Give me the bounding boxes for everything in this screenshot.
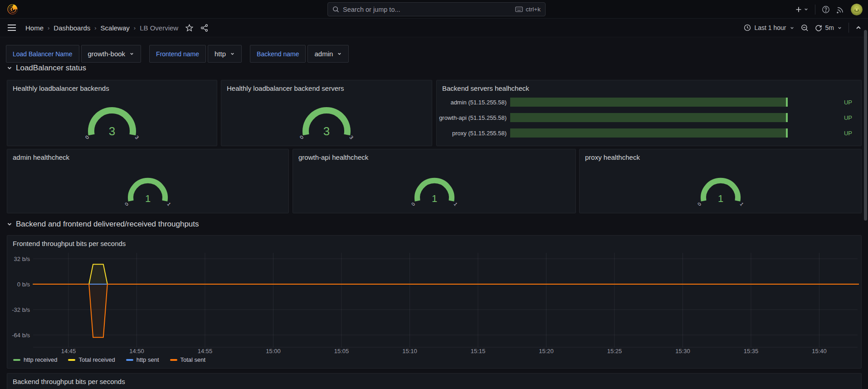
- plus-icon: [795, 6, 802, 13]
- search-shortcut: ctrl+k: [526, 6, 541, 13]
- share-button[interactable]: [200, 24, 208, 32]
- zoom-out-button[interactable]: [801, 24, 809, 32]
- svg-text:0: 0: [696, 201, 702, 207]
- svg-text:-64 b/s: -64 b/s: [12, 332, 30, 339]
- section-throughputs[interactable]: Backend and frontend delivered/received …: [7, 220, 199, 229]
- legend-swatch: [13, 359, 20, 361]
- caret-up-icon: [855, 25, 862, 31]
- refresh-interval-label[interactable]: 5m: [825, 24, 834, 31]
- favorite-button[interactable]: [185, 24, 193, 32]
- svg-text:15:15: 15:15: [471, 348, 486, 355]
- svg-text:15:10: 15:10: [402, 348, 417, 355]
- legend-label: http received: [24, 356, 57, 363]
- panel-title[interactable]: Frontend throughput bits per seconds: [7, 236, 861, 247]
- bar-gauge-row: growth-api (51.15.255.58) UP: [437, 113, 861, 122]
- gauge: 101: [580, 163, 861, 213]
- chevron-down-icon: [7, 222, 12, 227]
- svg-text:14:45: 14:45: [61, 348, 76, 355]
- panel-title[interactable]: Healthly loadbalancer backend servers: [221, 80, 432, 92]
- chevron-down-icon: [337, 51, 342, 56]
- svg-text:1: 1: [431, 193, 437, 204]
- chevron-down-icon: [7, 65, 12, 71]
- svg-text:14:55: 14:55: [198, 348, 213, 355]
- panel-title[interactable]: growth-api healthcheck: [293, 149, 575, 161]
- rss-icon: [836, 5, 844, 14]
- legend-item[interactable]: Total received: [68, 356, 115, 363]
- chevron-right-icon: ›: [94, 25, 96, 31]
- breadcrumb-current: LB Overview: [140, 24, 178, 32]
- svg-text:15:00: 15:00: [266, 348, 281, 355]
- add-button[interactable]: [795, 6, 809, 13]
- zoom-out-icon: [801, 24, 809, 32]
- panel-title[interactable]: admin healthcheck: [7, 149, 288, 161]
- divider: [848, 23, 849, 33]
- panel-title[interactable]: Backend throughput bits per seconds: [7, 374, 861, 385]
- panel-title[interactable]: Healthly loadbalancer backends: [7, 80, 217, 92]
- breadcrumb-bar: Home › Dashboards › Scaleway › LB Overvi…: [0, 19, 868, 37]
- status-badge: UP: [844, 114, 861, 121]
- refresh-icon[interactable]: [815, 24, 822, 31]
- gauge: 303: [7, 94, 217, 146]
- svg-text:15:30: 15:30: [675, 348, 690, 355]
- variable-label: Backend name: [250, 45, 306, 63]
- clock-icon: [744, 24, 751, 31]
- breadcrumb-home[interactable]: Home: [25, 24, 44, 32]
- panel-backend-servers-healthcheck: Backend servers healhcheck admin (51.15.…: [436, 80, 862, 146]
- chart-legend: http receivedTotal receivedhttp sentTota…: [13, 356, 216, 363]
- star-icon: [185, 24, 193, 32]
- chevron-down-icon[interactable]: [837, 25, 842, 30]
- panel-growth-api-healthcheck: growth-api healthcheck 101: [293, 149, 576, 213]
- frontend-select[interactable]: http: [208, 45, 242, 63]
- legend-item[interactable]: Total sent: [170, 356, 206, 363]
- svg-text:-32 b/s: -32 b/s: [12, 306, 30, 313]
- svg-text:0: 0: [410, 201, 416, 207]
- legend-label: Total received: [78, 356, 115, 363]
- status-badge: UP: [844, 99, 861, 106]
- collapse-topbar-button[interactable]: [855, 25, 862, 31]
- svg-text:15:20: 15:20: [539, 348, 554, 355]
- user-avatar[interactable]: [851, 4, 863, 15]
- legend-swatch: [68, 359, 75, 361]
- panel-title[interactable]: proxy healthcheck: [580, 149, 861, 161]
- chevron-down-icon: [790, 25, 795, 30]
- variable-frontend: Frontend name http: [149, 45, 242, 63]
- legend-item[interactable]: http sent: [126, 356, 159, 363]
- menu-button[interactable]: [7, 24, 16, 31]
- news-button[interactable]: [836, 5, 844, 14]
- breadcrumb-dashboards[interactable]: Dashboards: [54, 24, 90, 32]
- legend-swatch: [126, 359, 133, 361]
- svg-text:15:35: 15:35: [744, 348, 759, 355]
- scrollbar-thumb[interactable]: [864, 30, 867, 221]
- svg-text:15:25: 15:25: [607, 348, 622, 355]
- legend-item[interactable]: http received: [13, 356, 57, 363]
- load-balancer-select[interactable]: growth-book: [81, 45, 141, 63]
- health-bar: [510, 128, 788, 138]
- chevron-right-icon: ›: [48, 25, 49, 31]
- backend-select[interactable]: admin: [307, 45, 349, 63]
- svg-text:1: 1: [145, 193, 151, 204]
- panel-proxy-healthcheck: proxy healthcheck 101: [579, 149, 862, 213]
- variable-load-balancer: Load Balancer Name growth-book: [6, 45, 141, 63]
- panel-admin-healthcheck: admin healthcheck 101: [7, 149, 289, 213]
- panel-healthy-backend-servers: Healthly loadbalancer backend servers 30…: [221, 80, 432, 146]
- bar-gauge: admin (51.15.255.58) UP growth-api (51.1…: [437, 98, 861, 138]
- server-label: growth-api (51.15.255.58): [437, 114, 510, 121]
- server-label: admin (51.15.255.58): [437, 99, 510, 106]
- svg-text:14:50: 14:50: [129, 348, 144, 355]
- breadcrumb-scaleway[interactable]: Scaleway: [101, 24, 130, 32]
- section-loadbalancer-status[interactable]: LoadBalancer status: [7, 64, 86, 73]
- dashboard-variables: Load Balancer Name growth-book Frontend …: [6, 45, 349, 63]
- gauge: 303: [221, 94, 432, 146]
- variable-backend: Backend name admin: [250, 45, 349, 63]
- search-bar[interactable]: ctrl+k: [327, 2, 546, 16]
- svg-text:0: 0: [84, 134, 90, 140]
- grafana-logo-icon[interactable]: [6, 3, 19, 15]
- time-series-chart: 32 b/s0 b/s-32 b/s-64 b/s14:4514:5014:55…: [7, 249, 861, 356]
- help-button[interactable]: [822, 5, 830, 14]
- search-input[interactable]: [343, 6, 515, 13]
- chevron-down-icon: [129, 51, 134, 56]
- svg-text:1: 1: [717, 193, 723, 204]
- svg-text:1: 1: [166, 201, 172, 207]
- time-range-picker[interactable]: Last 1 hour: [744, 24, 794, 31]
- panel-title[interactable]: Backend servers healhcheck: [437, 80, 861, 92]
